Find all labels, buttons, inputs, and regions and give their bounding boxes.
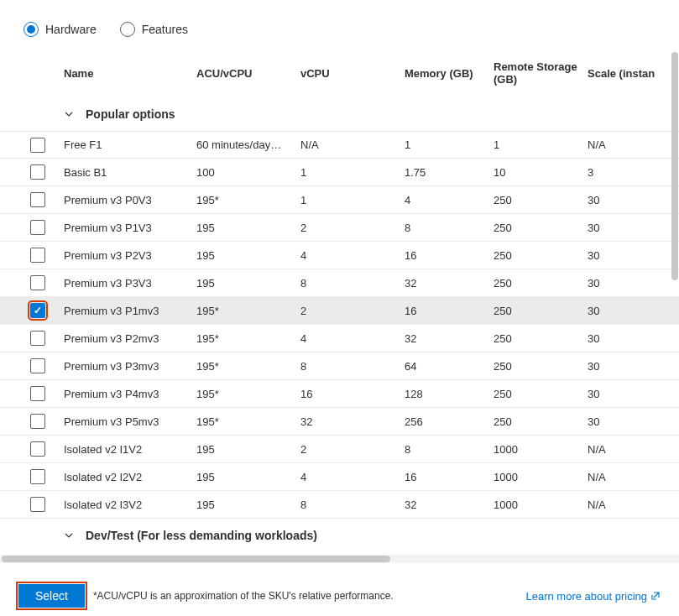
cell-storage: 250 [494,222,588,234]
learn-more-link[interactable]: Learn more about pricing [525,590,661,603]
vertical-scrollbar[interactable] [671,52,678,280]
header-name[interactable]: Name [64,67,196,80]
cell-name: Premium v3 P3mv3 [64,360,196,373]
view-toggle: Hardware Features [0,0,679,49]
table-row[interactable]: Premium v3 P1V31952825030 [0,214,679,242]
header-vcpu[interactable]: vCPU [300,67,405,80]
header-memory[interactable]: Memory (GB) [405,67,494,80]
cell-name: Premium v3 P1V3 [64,222,196,234]
cell-name: Premium v3 P4mv3 [64,388,196,400]
cell-memory: 128 [405,388,494,400]
cell-scale: N/A [588,443,663,456]
header-scale[interactable]: Scale (instan [588,67,663,80]
header-storage[interactable]: Remote Storage (GB) [494,60,588,86]
cell-memory: 16 [405,249,494,262]
row-checkbox[interactable] [30,164,45,180]
hardware-radio[interactable]: Hardware [24,22,97,37]
table-row[interactable]: ✓Premium v3 P1mv3195*21625030 [0,297,679,325]
cell-memory: 1.75 [405,166,494,179]
features-radio[interactable]: Features [120,22,188,37]
cell-acu: 100 [196,166,300,179]
cell-memory: 1 [405,138,494,151]
cell-vcpu: 4 [300,471,405,483]
cell-storage: 250 [494,388,588,400]
table-row[interactable]: Isolated v2 I2V21954161000N/A [0,463,679,491]
cell-storage: 250 [494,194,588,206]
radio-unselected-icon [120,22,135,37]
horizontal-scrollbar-track[interactable] [0,555,679,563]
cell-storage: 1000 [494,471,588,483]
row-checkbox[interactable] [30,497,45,512]
cell-name: Premium v3 P5mv3 [64,415,196,428]
row-checkbox[interactable] [30,469,45,484]
cell-vcpu: 16 [300,388,405,400]
table-row[interactable]: Isolated v2 I1V2195281000N/A [0,436,679,463]
checkmark-icon: ✓ [34,305,42,316]
group-devtest[interactable]: Dev/Test (For less demanding workloads) [0,519,679,552]
cell-storage: 1000 [494,499,588,511]
cell-storage: 1 [494,138,588,151]
cell-storage: 250 [494,415,588,428]
table-row[interactable]: Premium v3 P3V319583225030 [0,269,679,297]
cell-vcpu: 2 [300,222,405,234]
cell-name: Basic B1 [64,166,196,179]
cell-scale: 30 [588,388,663,400]
cell-acu: 195 [196,222,300,234]
select-button[interactable]: Select [18,584,85,608]
cell-name: Premium v3 P3V3 [64,277,196,290]
cell-acu: 195* [196,415,300,428]
cell-vcpu: 4 [300,332,405,345]
table-row[interactable]: Premium v3 P5mv3195*3225625030 [0,408,679,436]
table-row[interactable]: Free F160 minutes/day…N/A11N/A [0,131,679,159]
row-checkbox[interactable] [30,386,45,401]
table-row[interactable]: Premium v3 P3mv3195*86425030 [0,352,679,380]
cell-name: Premium v3 P2V3 [64,249,196,262]
cell-acu: 195 [196,249,300,262]
row-checkbox[interactable] [30,192,45,207]
row-checkbox[interactable] [30,248,45,263]
cell-vcpu: 8 [300,499,405,511]
horizontal-scrollbar-thumb[interactable] [2,556,390,562]
row-checkbox[interactable] [30,414,45,429]
table-row[interactable]: Premium v3 P0V3195*1425030 [0,186,679,214]
cell-vcpu: 2 [300,305,405,317]
cell-vcpu: 1 [300,166,405,179]
row-checkbox[interactable] [30,138,45,153]
hardware-label: Hardware [45,23,97,36]
row-checkbox[interactable]: ✓ [30,303,45,318]
row-checkbox[interactable] [30,358,45,373]
cell-scale: N/A [588,471,663,483]
cell-acu: 60 minutes/day… [196,138,300,151]
header-acu[interactable]: ACU/vCPU [196,67,300,80]
footer: Select *ACU/vCPU is an approximation of … [0,575,679,616]
cell-scale: 30 [588,222,663,234]
row-checkbox[interactable] [30,220,45,235]
cell-vcpu: N/A [300,138,405,151]
cell-acu: 195* [196,194,300,206]
cell-memory: 256 [405,415,494,428]
cell-scale: 30 [588,194,663,206]
group-popular-options[interactable]: Popular options [0,97,679,131]
cell-scale: 30 [588,249,663,262]
cell-memory: 16 [405,305,494,317]
footer-note: *ACU/vCPU is an approximation of the SKU… [93,590,394,602]
row-checkbox[interactable] [30,331,45,346]
cell-acu: 195* [196,388,300,400]
table-row[interactable]: Premium v3 P2V319541625030 [0,242,679,269]
cell-scale: N/A [588,499,663,511]
row-checkbox[interactable] [30,275,45,290]
table-row[interactable]: Premium v3 P2mv3195*43225030 [0,325,679,352]
cell-acu: 195 [196,443,300,456]
cell-name: Premium v3 P1mv3 [64,305,196,317]
pricing-table-wrapper: Name ACU/vCPU vCPU Memory (GB) Remote St… [0,49,679,555]
cell-acu: 195* [196,332,300,345]
table-row[interactable]: Isolated v2 I3V21958321000N/A [0,491,679,519]
cell-name: Free F1 [64,138,196,151]
cell-vcpu: 8 [300,360,405,373]
table-row[interactable]: Basic B110011.75103 [0,159,679,186]
cell-memory: 4 [405,194,494,206]
table-row[interactable]: Premium v3 P4mv3195*1612825030 [0,380,679,408]
table-header-row: Name ACU/vCPU vCPU Memory (GB) Remote St… [0,49,679,97]
row-checkbox[interactable] [30,441,45,457]
cell-memory: 32 [405,332,494,345]
